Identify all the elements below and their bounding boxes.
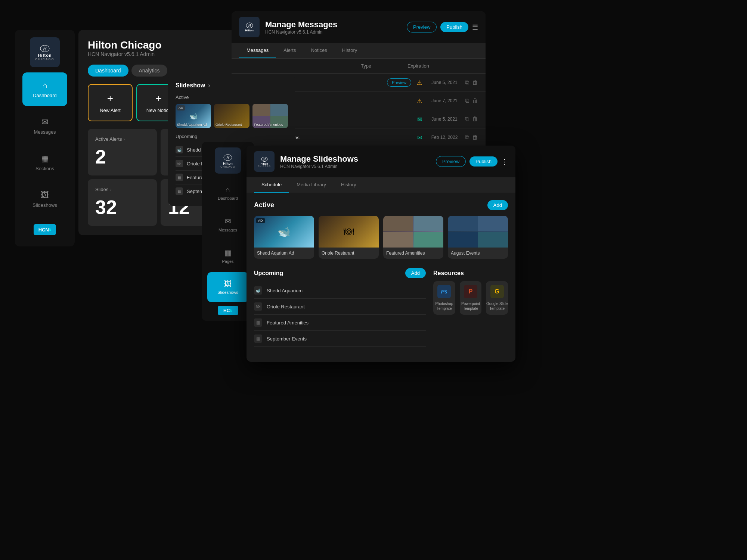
card-image [448,216,508,248]
delete-button[interactable]: 🗑 [472,116,478,122]
thumb-aquarium[interactable]: 🐋 AD Shedd Aquarium Ad [176,104,211,128]
slideshow-card-events[interactable]: August Events [448,216,508,259]
slideshows-panel-title: Manage Slideshows [280,154,358,164]
nav-sidebar-messages[interactable]: ✉ Messages [207,209,248,239]
logo-name: Hilton [261,162,268,165]
upcoming-list-item[interactable]: ▦ September Events [254,331,426,347]
tab-alerts[interactable]: Alerts [276,43,303,58]
slideshows-menu-icon[interactable]: ⋮ [501,158,508,166]
upcoming-add-button[interactable]: Add [405,268,426,278]
tab-messages[interactable]: Messages [239,43,276,58]
resource-label: Photoshop Template [433,301,455,311]
publish-button[interactable]: Publish [440,22,468,32]
logo-sub: CHICAGO [220,165,235,168]
slideshow-card-amenities[interactable]: Featured Amenities [383,216,443,259]
svg-text:H: H [43,46,47,52]
slideshow-title: Slideshow [176,82,205,89]
sidebar-item-dashboard[interactable]: ⌂ Dashboard [22,72,67,106]
copy-button[interactable]: ⧉ [465,97,469,104]
powerpoint-icon: P [464,285,477,298]
card-image [383,216,443,248]
hcn-n: N [230,309,232,312]
copy-button[interactable]: ⧉ [465,116,469,122]
active-add-button[interactable]: Add [487,200,508,210]
upcoming-list-item[interactable]: 🍽 Oriole Restaurant [254,299,426,315]
preview-button[interactable]: Preview [407,22,437,32]
nav-sidebar-dashboard[interactable]: ⌂ Dashboard [207,178,248,208]
item-icon: ▦ [254,318,262,327]
logo-name: Hilton [245,29,254,32]
ad-badge: AD [256,218,265,223]
tab-dashboard[interactable]: Dashboard [88,65,128,77]
slideshow-thumbs: 🐋 AD Shedd Aquarium Ad Oriole Restaurant… [176,104,288,128]
dashboard-title: Hilton Chicago [88,39,230,51]
nav-label: Pages [222,259,233,264]
grid-cell [413,216,443,231]
email-icon: ✉ [415,133,424,142]
ad-badge: AD [177,105,185,111]
delete-button[interactable]: 🗑 [472,97,478,104]
sidebar-item-label: Messages [34,129,56,135]
active-section-header: Active Add [254,200,508,210]
thumb-label: Oriole Restaurant [216,123,248,127]
panel-title-group: Manage Messages HCN Navigator v5.6.1 Adm… [265,20,337,35]
nav-sidebar-slideshows[interactable]: 🖼 Slideshows [207,272,248,302]
thumb-restaurant[interactable]: Oriole Restaurant [214,104,249,128]
new-notice-label: New Notice [146,108,171,113]
stat-slides[interactable]: Slides › 32 [88,179,157,226]
copy-button[interactable]: ⧉ [465,134,469,141]
pages-icon: ▦ [224,248,232,257]
sidebar-item-label: Slideshows [32,202,57,208]
plus-icon: + [107,93,113,105]
resource-google-slides[interactable]: G Google Slide Template [486,281,508,315]
stat-active-alerts[interactable]: Active Alerts › 2 [88,129,157,175]
new-alert-label: New Alert [100,108,121,113]
tab-analytics[interactable]: Analytics [131,65,167,77]
notice-preview-button[interactable]: Preview [387,78,411,87]
hcn-text: HCN [38,227,49,233]
fish-icon: 🐋 [189,112,198,120]
slideshows-preview-button[interactable]: Preview [436,156,466,167]
new-alert-button[interactable]: + New Alert [88,84,133,121]
nav-label: Dashboard [218,196,238,200]
grid-cell [383,232,413,248]
delete-button[interactable]: 🗑 [472,134,478,141]
sidebar-item-messages[interactable]: ✉ Messages [22,109,67,143]
header-left: H Hilton CHICAGO Manage Slideshows HCN N… [254,151,358,172]
tab-schedule[interactable]: Schedule [254,177,289,193]
dashboard-icon: ⌂ [42,81,47,90]
upcoming-label: Upcoming [176,134,288,139]
tab-history[interactable]: History [334,177,363,193]
resource-powerpoint[interactable]: P Powerpoint Template [460,281,482,315]
hilton-logo: H Hilton CHICAGO [30,37,60,67]
tab-notices[interactable]: Notices [303,43,334,58]
card-image: 🍽 [319,216,379,248]
slideshows-publish-button[interactable]: Publish [469,156,498,167]
active-title: Active [254,201,274,209]
slideshow-header: Slideshow › [176,82,288,89]
slideshow-card-restaurant[interactable]: 🍽 Oriole Restarant [319,216,379,259]
header-left: H Hilton Manage Messages HCN Navigator v… [239,17,337,37]
delete-button[interactable]: 🗑 [472,79,478,86]
photoshop-icon: Ps [437,285,451,298]
logo-name: Hilton [38,53,52,57]
thumb-amenities[interactable]: Featured Amenities [252,104,288,128]
manage-slideshows-panel: H Hilton CHICAGO Manage Slideshows HCN N… [247,146,515,362]
tab-history[interactable]: History [335,43,365,58]
upcoming-list-title: Upcoming [254,270,283,277]
hilton-logo-slideshows: H Hilton CHICAGO [254,151,275,172]
slideshow-card-aquarium[interactable]: AD 🐋 Shedd Aqarium Ad [254,216,314,259]
menu-icon[interactable]: ☰ [472,23,478,31]
nav-sidebar-pages[interactable]: ▦ Pages [207,241,248,271]
resource-photoshop[interactable]: Ps Photoshop Template [433,281,455,315]
panel-subtitle: HCN Navigator v5.6.1 Admin [265,29,337,35]
notice-date: June 5, 2021 [428,80,461,85]
thumb-label: Shedd Aquarium Ad [177,123,210,127]
copy-button[interactable]: ⧉ [465,79,469,86]
upcoming-list-item[interactable]: 🐋 Shedd Aquarium [254,283,426,299]
sidebar-item-sections[interactable]: ▦ Sections [22,146,67,179]
upcoming-list-item[interactable]: ▦ Featured Amenities [254,315,426,331]
sidebar-item-slideshows[interactable]: 🖼 Slideshows [22,182,67,216]
tab-media-library[interactable]: Media Library [289,177,334,193]
hcn-badge: HCNN [34,224,56,235]
